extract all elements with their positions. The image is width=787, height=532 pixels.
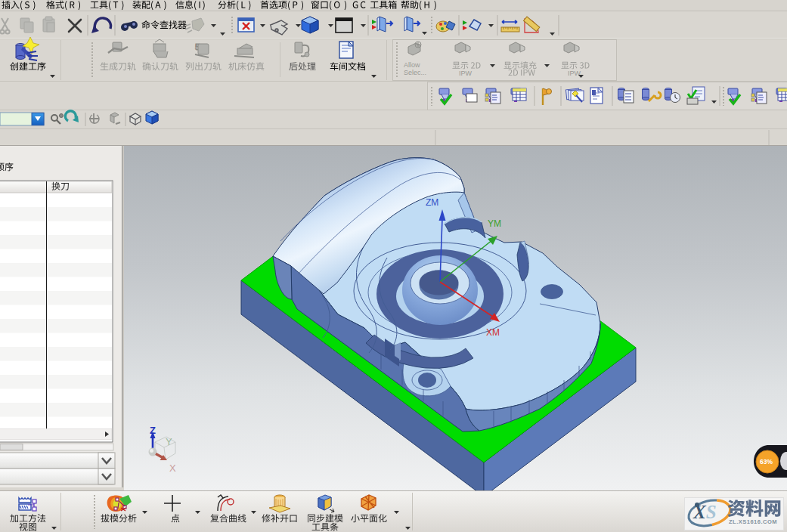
svg-text:Selec...: Selec... <box>404 69 426 76</box>
svg-text:IPW: IPW <box>568 70 581 77</box>
svg-text:Allow: Allow <box>404 61 420 69</box>
svg-text:IPW: IPW <box>459 70 473 77</box>
